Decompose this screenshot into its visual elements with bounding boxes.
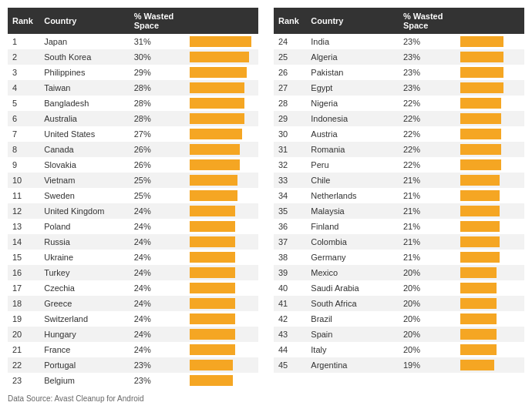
rank-cell: 38 [274,250,306,265]
country-cell: Italy [306,342,399,357]
country-cell: Colombia [306,234,399,250]
bar-cell [457,327,524,342]
bar-cell [457,188,524,203]
bar [190,221,235,232]
bar [190,98,244,109]
bar [190,67,247,78]
right-rank-header: Rank [274,8,306,34]
left-rank-header: Rank [8,8,39,34]
table-row: 29Indonesia22% [274,111,524,126]
country-cell: Mexico [306,265,399,280]
table-row: 40Saudi Arabia20% [274,280,524,296]
bar-cell [187,234,258,250]
rank-cell: 26 [274,65,306,80]
pct-cell: 24% [130,234,187,250]
rank-cell: 33 [274,173,306,188]
country-cell: Vietnam [39,173,129,188]
bar [460,98,501,109]
pct-cell: 27% [130,126,187,142]
pct-cell: 22% [399,111,457,126]
table-row: 18Greece24% [8,296,258,311]
pct-cell: 31% [130,34,187,49]
bar [190,329,235,340]
bar-cell [457,49,524,65]
bar-cell [457,265,524,280]
rank-cell: 23 [8,373,39,388]
bar-cell [187,49,258,65]
country-cell: Switzerland [39,311,129,327]
pct-cell: 24% [130,280,187,296]
rank-cell: 12 [8,203,39,219]
left-header-row: Rank Country % Wasted Space [8,8,258,34]
rank-cell: 42 [274,311,306,327]
table-row: 12United Kingdom24% [8,203,258,219]
rank-cell: 25 [274,49,306,65]
pct-cell: 26% [130,157,187,173]
rank-cell: 43 [274,327,306,342]
country-cell: Algeria [306,49,399,65]
bar-cell [187,357,258,373]
country-cell: Peru [306,157,399,173]
table-row: 16Turkey24% [8,265,258,280]
pct-cell: 21% [399,173,457,188]
country-cell: Finland [306,219,399,234]
bar-cell [457,80,524,96]
bar [190,144,240,155]
bar [190,313,235,324]
bar [190,113,244,124]
table-row: 21France24% [8,342,258,357]
country-cell: Nigeria [306,96,399,111]
bar-cell [187,111,258,126]
bar-cell [187,173,258,188]
left-country-header: Country [39,8,129,34]
table-row: 17Czechia24% [8,280,258,296]
country-cell: Sweden [39,188,129,203]
pct-cell: 25% [130,173,187,188]
right-pct-header: % Wasted Space [399,8,457,34]
pct-cell: 25% [130,188,187,203]
bar [190,267,235,278]
bar-cell [457,219,524,234]
left-table-wrapper: Rank Country % Wasted Space 1Japan31%2So… [8,8,258,388]
table-row: 15Ukraine24% [8,250,258,265]
table-row: 33Chile21% [274,173,524,188]
rank-cell: 44 [274,342,306,357]
table-row: 25Algeria23% [274,49,524,65]
pct-cell: 24% [130,203,187,219]
rank-cell: 1 [8,34,39,49]
country-cell: Egypt [306,80,399,96]
bar-cell [187,34,258,49]
pct-cell: 23% [399,34,457,49]
bar-cell [187,65,258,80]
pct-cell: 20% [399,265,457,280]
country-cell: Canada [39,142,129,157]
pct-cell: 22% [399,157,457,173]
table-row: 39Mexico20% [274,265,524,280]
pct-cell: 23% [399,65,457,80]
bar [460,175,500,186]
rank-cell: 13 [8,219,39,234]
rank-cell: 18 [8,296,39,311]
right-country-header: Country [306,8,399,34]
country-cell: South Africa [306,296,399,311]
rank-cell: 16 [8,265,39,280]
pct-cell: 20% [399,311,457,327]
table-row: 6Australia28% [8,111,258,126]
left-bar-header [187,8,258,34]
rank-cell: 2 [8,49,39,65]
left-table: Rank Country % Wasted Space 1Japan31%2So… [8,8,258,388]
pct-cell: 21% [399,188,457,203]
bar-cell [457,342,524,357]
pct-cell: 24% [130,250,187,265]
table-row: 19Switzerland24% [8,311,258,327]
bar-cell [457,65,524,80]
bar [460,283,497,293]
bar-cell [457,296,524,311]
pct-cell: 23% [399,49,457,65]
rank-cell: 31 [274,142,306,157]
bar [460,113,501,124]
pct-cell: 23% [130,373,187,388]
bar [460,252,500,263]
pct-cell: 28% [130,80,187,96]
table-row: 41South Africa20% [274,296,524,311]
